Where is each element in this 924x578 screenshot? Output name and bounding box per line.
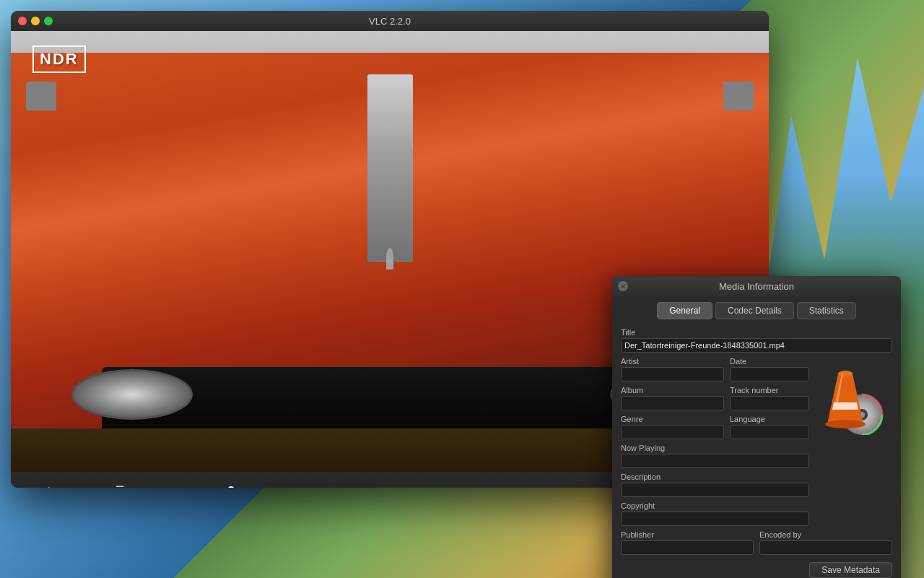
track-number-label: Track number — [730, 386, 809, 394]
description-label: Description — [621, 473, 809, 481]
language-label: Language — [730, 415, 809, 423]
artist-input[interactable] — [621, 367, 724, 381]
tab-general[interactable]: General — [657, 302, 712, 319]
now-playing-field-group: Now Playing — [621, 444, 809, 468]
close-button[interactable] — [18, 17, 27, 25]
vlc-window-title: VLC 2.2.0 — [369, 16, 411, 27]
album-track-row: Album Track number — [621, 386, 809, 415]
maximize-button[interactable] — [44, 17, 53, 25]
description-input[interactable] — [621, 483, 809, 497]
artist-date-row: Artist Date — [621, 357, 809, 386]
stop-button[interactable]: ■ — [91, 481, 105, 488]
track-number-input[interactable] — [730, 396, 809, 410]
right-mirror — [723, 82, 754, 111]
publisher-label: Publisher — [621, 530, 754, 539]
dialog-close-button[interactable]: ✕ — [618, 281, 628, 291]
tab-codec-details[interactable]: Codec Details — [715, 302, 794, 319]
dialog-content: Title Artist Date — [612, 322, 901, 578]
title-label: Title — [621, 328, 892, 337]
title-input[interactable] — [621, 338, 892, 353]
album-input[interactable] — [621, 396, 724, 410]
vlc-titlebar: VLC 2.2.0 — [11, 11, 769, 31]
album-field-group: Album — [621, 386, 724, 410]
left-mirror — [26, 82, 56, 111]
fast-forward-button[interactable]: ⏭ — [66, 481, 85, 488]
publisher-input[interactable] — [621, 540, 754, 555]
encoded-by-input[interactable] — [759, 540, 892, 555]
ndr-logo: NDR — [32, 46, 86, 73]
playlist-button[interactable]: ☰ — [111, 481, 129, 488]
publisher-field-group: Publisher — [621, 530, 754, 555]
now-playing-input[interactable] — [621, 454, 809, 468]
save-metadata-button[interactable]: Save Metadata — [809, 562, 892, 578]
car-chrome-stripe — [367, 74, 413, 262]
svg-marker-3 — [827, 374, 863, 424]
progress-knob[interactable] — [227, 486, 235, 488]
vlc-icon-area — [813, 363, 885, 435]
language-field-group: Language — [730, 415, 809, 439]
artist-field-group: Artist — [621, 357, 724, 381]
genre-label: Genre — [621, 415, 724, 423]
album-label: Album — [621, 386, 724, 394]
now-playing-label: Now Playing — [621, 444, 809, 452]
dialog-main-body: Artist Date Album Track number — [621, 357, 892, 526]
left-headlight — [71, 369, 193, 420]
svg-point-5 — [825, 420, 866, 428]
description-field-group: Description — [621, 473, 809, 497]
rewind-button[interactable]: ⏮ — [19, 481, 38, 488]
encoded-by-label: Encoded by — [759, 530, 892, 539]
encoded-by-field-group: Encoded by — [759, 530, 892, 555]
svg-marker-4 — [832, 402, 858, 410]
track-number-field-group: Track number — [730, 386, 809, 410]
genre-field-group: Genre — [621, 415, 724, 439]
dialog-titlebar: ✕ Media Information — [612, 276, 901, 296]
title-field-group: Title — [621, 328, 892, 353]
genre-input[interactable] — [621, 425, 724, 439]
play-button[interactable]: ▶ — [44, 481, 61, 488]
artist-label: Artist — [621, 357, 724, 366]
copyright-label: Copyright — [621, 501, 809, 510]
copyright-field-group: Copyright — [621, 501, 809, 526]
dialog-title: Media Information — [719, 281, 794, 292]
window-controls — [18, 17, 53, 25]
vlc-icon — [813, 363, 885, 435]
hood-ornament — [386, 248, 394, 269]
media-info-dialog: ✕ Media Information General Codec Detail… — [612, 276, 901, 578]
tab-statistics[interactable]: Statistics — [797, 302, 856, 319]
dialog-tabs: General Codec Details Statistics — [612, 296, 901, 322]
date-label: Date — [730, 357, 809, 366]
copyright-input[interactable] — [621, 512, 809, 526]
minimize-button[interactable] — [31, 17, 40, 25]
save-btn-container: Save Metadata — [621, 562, 892, 578]
svg-point-6 — [838, 371, 853, 376]
publisher-encoded-row: Publisher Encoded by — [621, 530, 892, 559]
language-input[interactable] — [730, 425, 809, 439]
date-input[interactable] — [730, 367, 809, 381]
date-field-group: Date — [730, 357, 809, 381]
genre-language-row: Genre Language — [621, 415, 809, 444]
